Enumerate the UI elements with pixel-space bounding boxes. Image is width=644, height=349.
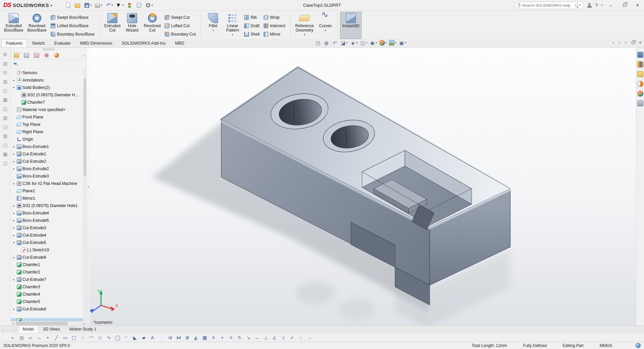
file-properties[interactable] [135,2,143,8]
ribbon-small-button[interactable]: Boundary Cut [163,30,198,38]
point-snap[interactable]: • [44,334,51,341]
ribbon-tab[interactable]: MBD Dimensions [75,39,117,47]
appearances-scenes[interactable] [637,91,643,97]
tree-expander-icon[interactable]: ▸ [12,204,16,207]
previous-view[interactable]: ↶ [331,40,339,46]
ribbon-small-button[interactable]: Draft [243,21,262,30]
ribbon-small-button[interactable]: Lofted Cut [163,21,198,30]
tree-expander-icon[interactable]: ▸ [12,211,16,215]
feature-tree-item[interactable]: ▸ Boss-Extrude2 [11,165,86,172]
open[interactable] [74,2,82,8]
quick-snaps[interactable]: ∴ [297,334,304,341]
tree-expander-icon[interactable]: ▸ [12,219,16,222]
previous-document-icon[interactable]: ‹ [611,40,615,45]
solidworks-resources[interactable] [637,52,643,58]
apply-scene[interactable]: ▾ [388,40,397,46]
ribbon-small-button[interactable]: Rib [243,13,262,21]
tab-scroll-icon[interactable]: « [1,327,6,333]
text-tool[interactable]: A [149,334,156,341]
save[interactable]: ▾ [83,2,93,9]
print[interactable]: ▾ [94,2,103,8]
ribbon-tab[interactable]: Features [1,39,27,47]
feature-tree-item[interactable]: Chamfer3 [11,283,86,291]
feature-tree-item[interactable]: ▾ Cut-Extrude5 [11,239,86,246]
side-tool-5[interactable]: ◰ [2,87,8,94]
ribbon-large-button[interactable]: Revolved Boss/Base [25,12,48,39]
spline[interactable]: ∿ [105,334,112,341]
ribbon-small-button[interactable]: Lofted Boss/Base [49,21,97,30]
side-tool-6[interactable]: ▦ [2,96,8,103]
centerpoint-arc[interactable]: ◠ [88,334,95,341]
ribbon-large-button[interactable]: Hole Wizard [122,12,142,39]
feature-tree-item[interactable]: ▾ Solid Bodies(2) [11,84,86,91]
mirror-entities[interactable]: ◭ [193,334,200,341]
polygon[interactable]: ◇ [97,334,104,341]
selection-filter[interactable]: ▦ [18,334,25,341]
feature-tree-item[interactable]: ▸ Cut-Extrude7 [11,276,86,283]
tree-expander-icon[interactable]: ▸ [12,145,16,148]
ellipse[interactable]: ◯ [114,334,121,341]
document-tab[interactable]: 3D Views [39,326,65,333]
units-globe-icon[interactable] [636,343,641,348]
side-tool-11[interactable]: ◳ [2,142,8,148]
window-minimize-button[interactable]: – [606,1,616,9]
add-relation[interactable]: ∠ [271,334,278,341]
panel-collapse-handle[interactable] [42,48,55,50]
file-explorer[interactable] [637,71,643,77]
circle[interactable]: ○ [79,334,86,341]
featuremanager-design-tree[interactable] [12,52,21,59]
feature-tree-item[interactable]: Right Plane [11,128,86,136]
scale-entities[interactable]: ↘ [245,334,252,341]
hide-show-items[interactable]: ◉ ▾ [369,40,378,46]
ribbon-small-button[interactable]: Mirror [262,30,288,38]
side-tool-7[interactable]: ◱ [2,105,8,112]
tree-expander-icon[interactable]: ▾ [12,241,16,244]
custom-properties[interactable] [637,100,643,106]
feature-tree-item-partial[interactable] [11,318,86,321]
ribbon-small-button[interactable]: Shell [243,30,262,38]
smart-dimension[interactable]: ↔ [36,334,43,341]
tree-expander-icon[interactable]: ▸ [12,278,16,281]
zoom-to-area[interactable]: ◍ [323,40,330,46]
next-document-icon[interactable]: › [618,40,621,45]
circular-sketch-pattern[interactable]: ¤ [210,334,217,341]
feature-tree-item[interactable]: Chamfer4 [11,291,86,298]
display-relations[interactable]: ⊥ [262,334,269,341]
tree-expander-icon[interactable]: ▸ [12,79,16,82]
copy-entities[interactable]: ≡ [227,334,234,341]
tree-vertical-scrollbar[interactable] [83,69,86,321]
view-settings[interactable]: ▣ ▾ [398,40,407,46]
side-tool-1[interactable]: ⊞ [2,51,8,57]
rapid-sketch[interactable]: → [306,334,313,341]
fully-define-sketch[interactable]: √ [280,334,287,341]
side-tool-4[interactable]: ▥ [2,78,8,85]
feature-tree-item[interactable]: ▸ Cut-Extrude2 [11,158,86,165]
search-dropdown-icon[interactable]: ▾ [579,4,581,7]
menu-flyout-icon[interactable]: ▸ [51,3,52,7]
tab-scroll-icon[interactable]: » [13,327,18,333]
window-restore-button[interactable] [619,1,629,9]
feature-tree-item[interactable]: ▸ Cut-Extrude4 [11,232,86,239]
document-tab[interactable]: Motion Study 1 [65,326,101,333]
ribbon-large-button[interactable]: Revolved Cut [142,12,163,39]
new-document[interactable] [64,2,72,8]
scroll-right-icon[interactable]: ▸ [82,322,86,325]
tree-expander-icon[interactable]: ▸ [12,234,16,237]
sketch[interactable]: ▱ [27,334,34,341]
feature-tree-item[interactable]: ▸ Cut-Extrude1 [11,150,86,158]
linear-sketch-pattern[interactable]: ▦ [201,334,208,341]
plane-tool[interactable]: ▰ [140,334,147,341]
ribbon-large-button[interactable]: Extruded Cut [102,12,122,39]
graphics-viewport[interactable]: Y X Z *Isometric [90,48,636,326]
displaymanager[interactable] [52,52,61,59]
undo[interactable]: ▾ [104,2,114,9]
dimxpertmanager[interactable] [42,52,51,59]
tree-expander-icon[interactable]: ▸ [12,182,16,185]
intersection-curve[interactable]: ⋈ [175,334,182,341]
feature-tree-item[interactable]: Origin [11,136,86,143]
feature-tree-item[interactable]: Chamfer7 [11,99,86,106]
ribbon-tab[interactable]: MBD [170,39,189,47]
select-tool[interactable]: ▸ [9,334,16,341]
feature-tree-item[interactable]: ▸ Cut-Extrude8 [11,305,86,313]
feature-tree-item[interactable]: ▸ Boss-Extrude1 [11,143,86,150]
